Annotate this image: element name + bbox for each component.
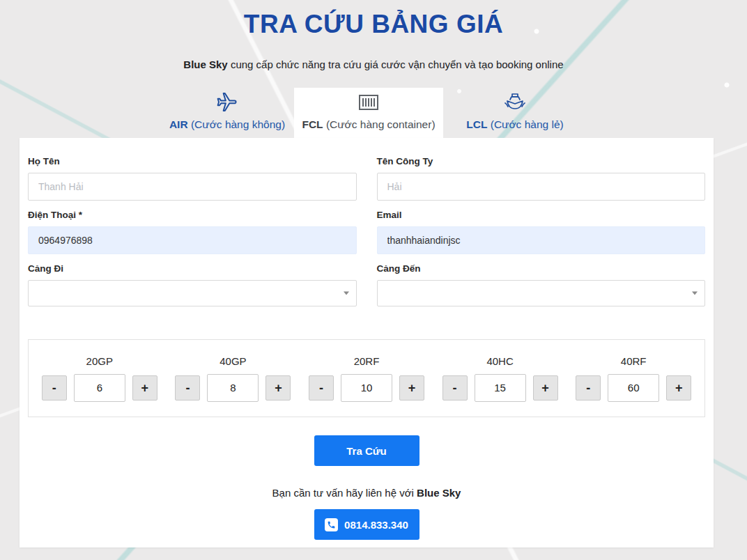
quantity-input-40hc[interactable] [475,374,526,402]
chevron-down-icon [344,292,349,295]
airplane-icon [216,91,238,114]
minus-button[interactable]: - [576,375,601,400]
email-label: Email [377,210,706,220]
tab-fcl-label: FCL (Cước hàng container) [302,118,435,131]
stepper-20gp-label: 20GP [86,355,113,367]
tab-bar: AIR (Cước hàng không) FCL (Cước hàng con… [0,88,747,138]
company-input[interactable] [377,173,706,201]
page-subtitle-text: cung cấp chức năng tra cứu giá cước vận … [228,59,564,70]
tab-fcl[interactable]: FCL (Cước hàng container) [294,88,443,138]
tab-lcl-code: LCL [466,118,487,130]
stepper-40hc-label: 40HC [486,355,513,367]
company-label: Tên Công Ty [377,156,706,166]
tab-air-code: AIR [169,118,188,130]
tab-air-label: AIR (Cước hàng không) [169,118,285,131]
name-input[interactable] [28,173,357,201]
chevron-down-icon [692,292,698,295]
tab-air-rest: (Cước hàng không) [188,118,285,130]
container-icon [357,91,380,114]
quantity-input-40gp[interactable] [207,374,259,402]
stepper-40hc: 40HC - + [442,355,558,402]
fcl-quote-form: Họ Tên Tên Công Ty Điện Thoại * Email [20,138,714,547]
page-title: TRA CỨU BẢNG GIÁ [0,0,747,39]
email-input[interactable] [377,226,706,254]
plus-button[interactable]: + [265,375,291,400]
stepper-40rf-label: 40RF [621,355,647,367]
port-to-select[interactable] [377,280,706,306]
stepper-40gp: 40GP - + [175,355,291,402]
plus-button[interactable]: + [533,375,558,400]
brand-name: Blue Sky [417,487,461,499]
stepper-40gp-label: 40GP [220,355,246,367]
plus-button[interactable]: + [399,375,424,400]
quantity-input-40rf[interactable] [608,374,659,402]
phone-label: Điện Thoại * [28,210,357,220]
container-quantity-panel: 20GP - + 40GP - + 20RF - + 40HC [28,339,705,417]
plus-button[interactable]: + [666,375,691,400]
stepper-20gp: 20GP - + [42,355,157,402]
quantity-input-20gp[interactable] [74,374,125,402]
phone-input[interactable] [28,226,357,254]
tab-lcl-label: LCL (Cước hàng lẻ) [466,118,563,131]
tab-fcl-rest: (Cước hàng container) [323,118,436,130]
port-from-select[interactable] [28,280,357,306]
page-subtitle: Blue Sky cung cấp chức năng tra cứu giá … [0,59,747,70]
tab-fcl-code: FCL [302,118,323,130]
brand-name: Blue Sky [183,59,227,70]
ship-icon [503,91,527,114]
minus-button[interactable]: - [309,375,334,400]
contact-prefix: Bạn cần tư vấn hãy liên hệ với [272,487,417,499]
phone-call-button[interactable]: 0814.833.340 [314,509,419,540]
tab-lcl[interactable]: LCL (Cước hàng lẻ) [443,88,587,138]
minus-button[interactable]: - [175,375,200,400]
quantity-input-20rf[interactable] [341,374,392,402]
phone-icon [325,518,338,531]
minus-button[interactable]: - [42,375,67,400]
tab-lcl-rest: (Cước hàng lẻ) [487,118,563,130]
plus-button[interactable]: + [132,375,157,400]
stepper-40rf: 40RF - + [576,355,691,402]
tab-air[interactable]: AIR (Cước hàng không) [160,88,294,138]
contact-text: Bạn cần tư vấn hãy liên hệ với Blue Sky [28,487,705,499]
search-button[interactable]: Tra Cứu [314,435,419,466]
phone-number: 0814.833.340 [344,519,408,531]
minus-button[interactable]: - [442,375,468,400]
name-label: Họ Tên [28,156,357,166]
port-to-label: Cảng Đến [377,263,706,274]
stepper-20rf: 20RF - + [309,355,424,402]
stepper-20rf-label: 20RF [354,355,380,367]
port-from-label: Cảng Đi [28,263,357,274]
